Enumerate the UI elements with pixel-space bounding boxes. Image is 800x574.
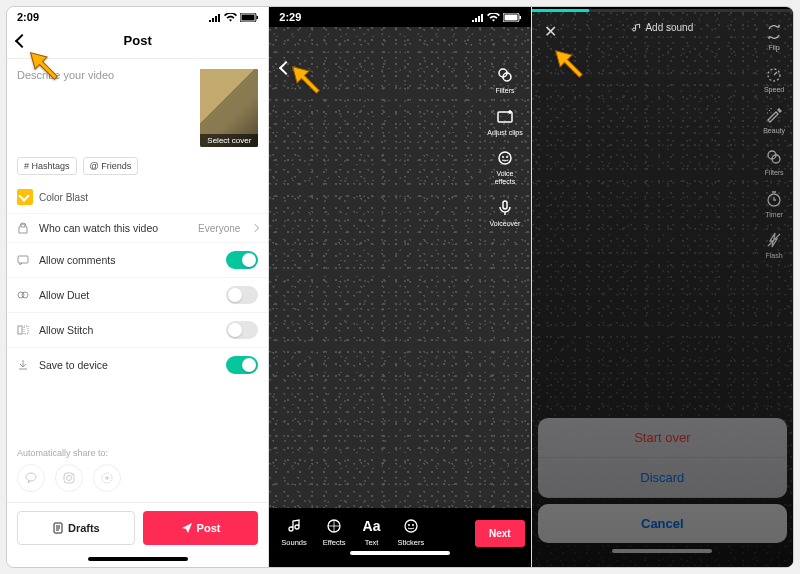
lock-icon [17,222,31,234]
svg-rect-2 [257,16,259,19]
effects-icon [324,516,344,536]
share-instagram-icon[interactable] [55,464,83,492]
cover-thumbnail[interactable]: Select cover [200,69,258,147]
adjust-icon [495,107,515,127]
share-message-icon[interactable] [17,464,45,492]
timer-tool[interactable]: Timer [764,189,784,219]
drafts-label: Drafts [68,522,100,534]
svg-point-21 [502,156,504,158]
share-more-icon[interactable] [93,464,121,492]
side-toolbar: Filters Adjust clips Voice effects Voice… [487,65,522,227]
svg-point-10 [67,476,72,481]
add-sound-button[interactable]: Add sound [631,22,693,33]
sounds-tool[interactable]: Sounds [275,516,312,547]
speed-label: Speed [764,86,784,94]
adjust-label: Adjust clips [487,129,522,137]
page-title: Post [124,33,152,48]
comments-label: Allow comments [39,254,218,266]
cancel-button[interactable]: Cancel [538,504,787,543]
effects-tool[interactable]: Effects [317,516,352,547]
status-bar: 2:09 [7,7,268,27]
svg-line-32 [768,234,780,246]
flip-label: Flip [768,44,779,52]
comment-icon [17,254,31,266]
comments-row: Allow comments [7,242,268,277]
timer-icon [764,189,784,209]
filter-icon [17,189,33,205]
svg-point-31 [768,194,780,206]
svg-rect-7 [24,326,28,334]
speed-tool[interactable]: Speed [764,64,784,94]
discard-button[interactable]: Discard [538,458,787,498]
sounds-label: Sounds [281,538,306,547]
stitch-label: Allow Stitch [39,324,218,336]
adjust-clips-tool[interactable]: Adjust clips [487,107,522,137]
friends-chip[interactable]: @ Friends [83,157,139,175]
next-button[interactable]: Next [475,520,525,547]
duet-row: Allow Duet [7,277,268,312]
chevron-left-icon [279,61,293,75]
back-button[interactable] [281,63,291,73]
select-cover-label: Select cover [200,134,258,147]
home-indicator [88,557,188,561]
stickers-tool[interactable]: Stickers [392,516,431,547]
start-over-button[interactable]: Start over [538,418,787,458]
action-sheet: Start over Discard Cancel [532,418,793,567]
drafts-icon [52,522,64,534]
back-button[interactable] [17,36,27,46]
save-row: Save to device [7,347,268,382]
stickers-icon [401,516,421,536]
voiceover-tool[interactable]: Voiceover [490,198,521,228]
video-preview[interactable]: Filters Adjust clips Voice effects Voice… [269,27,530,508]
beauty-icon [764,105,784,125]
timer-label: Timer [765,211,783,219]
chevron-left-icon [15,33,29,47]
svg-rect-6 [18,326,22,334]
svg-rect-16 [519,16,521,19]
beauty-tool[interactable]: Beauty [763,105,785,135]
privacy-label: Who can watch this video [39,222,190,234]
mic-icon [495,198,515,218]
filter-label: Color Blast [39,192,88,203]
svg-rect-23 [503,201,507,209]
filters-tool[interactable]: Filters [495,65,515,95]
beauty-label: Beauty [763,127,785,135]
svg-point-26 [408,524,410,526]
filters-label: Filters [495,87,514,95]
status-icons [472,13,521,22]
close-button[interactable]: ✕ [544,22,557,41]
comments-toggle[interactable] [226,251,258,269]
svg-point-30 [772,155,780,163]
flash-tool[interactable]: Flash [764,230,784,260]
post-button[interactable]: Post [143,511,259,545]
drafts-button[interactable]: Drafts [17,511,135,545]
stitch-toggle[interactable] [226,321,258,339]
hashtags-chip[interactable]: # Hashtags [17,157,77,175]
stitch-icon [17,324,31,336]
camera-preview[interactable]: ✕ Add sound Flip Speed Beauty [532,12,793,567]
duet-icon [17,289,31,301]
post-icon [181,522,193,534]
voice-effects-tool[interactable]: Voice effects [495,148,516,185]
status-bar: 2:29 [269,7,530,27]
flash-label: Flash [766,252,783,260]
privacy-value: Everyone [198,223,240,234]
chip-row: # Hashtags @ Friends [7,157,268,185]
text-tool[interactable]: Aa Text [356,516,388,547]
svg-point-5 [22,292,28,298]
home-indicator [612,549,712,553]
flip-tool[interactable]: Flip [764,22,784,52]
add-sound-label: Add sound [645,22,693,33]
description-input[interactable]: Describe your video [17,69,192,147]
text-label: Text [365,538,379,547]
save-toggle[interactable] [226,356,258,374]
filter-preset[interactable]: Color Blast [17,189,258,205]
duet-toggle[interactable] [226,286,258,304]
privacy-row[interactable]: Who can watch this video Everyone [7,213,268,242]
filters-tool[interactable]: Filters [764,147,784,177]
clock: 2:09 [17,11,39,23]
bottom-toolbar: Sounds Effects Aa Text Stickers Next [269,508,530,567]
button-row: Drafts Post [7,502,268,553]
svg-point-11 [71,474,72,475]
svg-rect-3 [18,256,28,263]
